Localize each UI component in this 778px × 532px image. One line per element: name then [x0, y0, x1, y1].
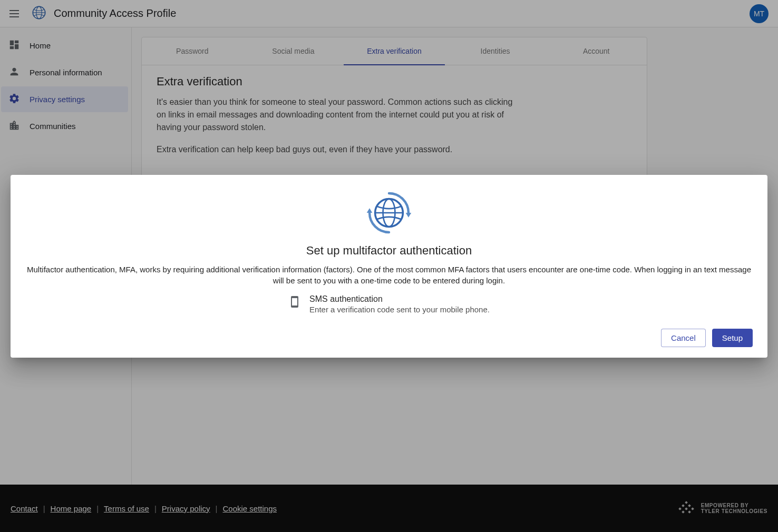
svg-marker-15 — [367, 208, 373, 213]
dialog-logo-icon — [25, 190, 753, 238]
factor-description: Enter a verification code sent to your m… — [309, 305, 490, 314]
dialog-scrim[interactable]: Set up multifactor authentication Multif… — [0, 0, 778, 532]
smartphone-icon — [288, 294, 301, 310]
dialog-description: Multifactor authentication, MFA, works b… — [25, 264, 753, 286]
factor-row-sms: SMS authentication Enter a verification … — [25, 294, 753, 314]
app-root: Community Access Profile MT Home Persona… — [0, 0, 778, 532]
svg-marker-14 — [406, 213, 412, 218]
setup-button[interactable]: Setup — [712, 329, 753, 347]
dialog-actions: Cancel Setup — [25, 329, 753, 347]
dialog-title: Set up multifactor authentication — [25, 244, 753, 258]
mfa-setup-dialog: Set up multifactor authentication Multif… — [11, 175, 767, 358]
cancel-button[interactable]: Cancel — [661, 329, 706, 347]
factor-title: SMS authentication — [309, 294, 490, 304]
